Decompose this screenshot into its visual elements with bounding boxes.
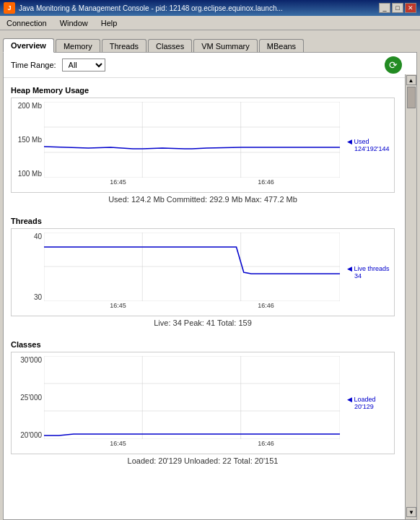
heap-memory-title: Heap Memory Usage [11,82,395,95]
tab-memory[interactable]: Memory [56,39,100,53]
window-title: Java Monitoring & Management Console - p… [19,4,283,12]
tab-threads[interactable]: Threads [102,39,146,53]
connection-status-icon: ⟳ [385,56,402,74]
classes-chart: 30'000 25'000 20'000 [11,352,395,454]
toolbar: Time Range: All 1 min 5 min 10 min 30 mi… [4,53,416,78]
threads-y-axis: 40 30 [12,229,44,316]
scroll-area[interactable]: Heap Memory Usage 200 Mb 150 Mb 100 Mb [4,78,416,519]
heap-x-label-2: 16:46 [258,178,274,186]
heap-y-axis: 200 Mb 150 Mb 100 Mb [12,98,44,192]
threads-x-label-1: 16:45 [110,302,126,309]
scrollbar-up-arrow[interactable]: ▲ [406,75,416,85]
threads-section: Threads 40 30 [4,212,402,330]
close-button[interactable]: ✕ [405,3,416,13]
scrollbar-down-arrow[interactable]: ▼ [406,507,416,517]
heap-memory-chart: 200 Mb 150 Mb 100 Mb [11,98,395,193]
title-bar: J Java Monitoring & Management Console -… [0,0,420,16]
minimize-button[interactable]: _ [379,3,390,13]
tabs-bar: Overview Memory Threads Classes VM Summa… [0,30,420,52]
threads-chart-svg [44,233,340,301]
heap-memory-section: Heap Memory Usage 200 Mb 150 Mb 100 Mb [4,82,402,207]
java-icon: J [4,2,15,14]
vertical-scrollbar[interactable]: ▲ ▼ [405,74,416,519]
menu-connection[interactable]: Connection [4,18,50,28]
classes-legend: ◀ Loaded 20'129 [344,352,394,454]
menu-help[interactable]: Help [98,18,121,28]
time-range-label: Time Range: [11,61,56,69]
threads-chart: 40 30 [11,228,395,316]
heap-legend: ◀ Used 124'192'144 [344,98,394,192]
classes-y-axis: 30'000 25'000 20'000 [12,352,44,454]
time-range-select[interactable]: All 1 min 5 min 10 min 30 min 1 hour [62,58,105,72]
tab-mbeans[interactable]: MBeans [259,39,304,53]
threads-stats: Live: 34 Peak: 41 Total: 159 [11,316,395,330]
classes-x-label-2: 16:46 [258,440,274,447]
heap-chart-svg [44,102,340,178]
threads-legend: ◀ Live threads 34 [344,229,394,316]
tab-overview[interactable]: Overview [3,38,54,53]
heap-stats: Used: 124.2 Mb Committed: 292.9 Mb Max: … [11,193,395,207]
tab-vm-summary[interactable]: VM Summary [193,39,258,53]
classes-title: Classes [11,336,395,349]
threads-title: Threads [11,212,395,225]
classes-x-label-1: 16:45 [110,440,126,447]
tab-classes[interactable]: Classes [148,39,192,53]
heap-x-label-1: 16:45 [110,178,126,186]
scrollbar-thumb[interactable] [407,87,416,108]
classes-stats: Loaded: 20'129 Unloaded: 22 Total: 20'15… [11,454,395,468]
maximize-button[interactable]: □ [392,3,403,13]
classes-section: Classes 30'000 25'000 20'000 [4,336,402,468]
menu-bar: Connection Window Help [0,16,420,30]
threads-x-label-2: 16:46 [258,302,274,309]
menu-window[interactable]: Window [57,18,91,28]
main-content: Time Range: All 1 min 5 min 10 min 30 mi… [3,52,417,520]
classes-chart-svg [44,356,340,439]
